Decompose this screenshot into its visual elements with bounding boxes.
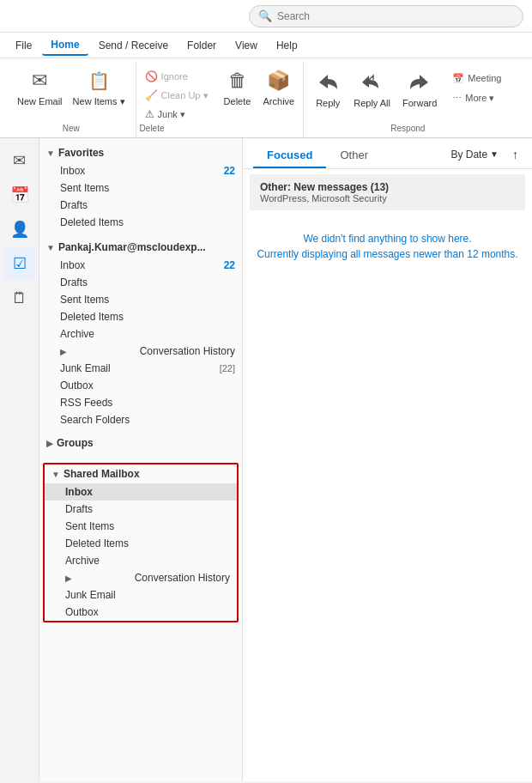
- tab-other[interactable]: Other: [326, 143, 382, 168]
- shared-junk[interactable]: Junk Email: [45, 586, 237, 604]
- account-search-folders-label: Search Folders: [60, 414, 130, 426]
- shared-outbox-label: Outbox: [65, 606, 99, 618]
- menu-folder[interactable]: Folder: [178, 36, 225, 55]
- account-outbox[interactable]: Outbox: [39, 377, 242, 394]
- title-bar: 🔍: [0, 0, 532, 33]
- cleanup-icon: 🧹: [145, 89, 158, 101]
- account-junk-badge: [22]: [220, 363, 235, 373]
- reply-label: Reply: [316, 98, 340, 109]
- forward-icon: [406, 69, 433, 96]
- ignore-icon: 🚫: [145, 70, 158, 82]
- account-sent[interactable]: Sent Items: [39, 291, 242, 308]
- favorites-deleted[interactable]: Deleted Items: [39, 214, 242, 231]
- tabs: Focused Other: [253, 143, 382, 168]
- favorites-inbox[interactable]: Inbox 22: [39, 162, 242, 179]
- more-icon: ⋯: [452, 93, 462, 104]
- account-deleted-label: Deleted Items: [60, 311, 124, 323]
- account-drafts-label: Drafts: [60, 276, 88, 288]
- favorites-sent-label: Sent Items: [60, 182, 109, 194]
- account-rss-label: RSS Feeds: [60, 397, 112, 409]
- favorites-sent[interactable]: Sent Items: [39, 179, 242, 197]
- sidebar-icon-tasks[interactable]: ☑: [4, 248, 35, 279]
- groups-chevron: ▶: [46, 439, 53, 448]
- ribbon-group-new-label: New: [63, 124, 80, 136]
- empty-state: We didn't find anything to show here. Cu…: [243, 215, 532, 277]
- archive-button[interactable]: 📦 Archive: [258, 64, 300, 122]
- account-header[interactable]: ▼ Pankaj.Kumar@mscloudexp...: [39, 238, 242, 257]
- shared-outbox[interactable]: Outbox: [45, 604, 237, 621]
- account-label: Pankaj.Kumar@mscloudexp...: [58, 241, 206, 253]
- shared-archive[interactable]: Archive: [45, 552, 237, 569]
- account-drafts[interactable]: Drafts: [39, 274, 242, 291]
- shared-sent[interactable]: Sent Items: [45, 518, 237, 535]
- groups-header[interactable]: ▶ Groups: [39, 434, 242, 452]
- search-box[interactable]: 🔍: [249, 5, 523, 27]
- shared-mailbox-header[interactable]: ▼ Shared Mailbox: [45, 464, 237, 483]
- menu-view[interactable]: View: [227, 36, 266, 55]
- junk-icon: ⚠: [145, 108, 154, 120]
- sort-chevron-icon: ▼: [490, 149, 499, 159]
- sidebar-icon-mail[interactable]: ✉: [4, 145, 35, 176]
- menu-send-receive[interactable]: Send / Receive: [90, 36, 177, 55]
- menu-file[interactable]: File: [7, 36, 40, 55]
- sidebar-icon-notes[interactable]: 🗒: [4, 282, 35, 313]
- new-items-button[interactable]: 📋 New Items ▾: [68, 64, 130, 122]
- sidebar-icon-people[interactable]: 👤: [4, 214, 35, 245]
- account-conv-chevron: ▶: [60, 347, 67, 356]
- reply-all-label: Reply All: [354, 98, 390, 109]
- forward-button[interactable]: Forward: [397, 65, 442, 124]
- forward-label: Forward: [402, 98, 437, 109]
- favorites-inbox-label: Inbox: [60, 165, 85, 177]
- account-search-folders[interactable]: Search Folders: [39, 411, 242, 428]
- junk-button[interactable]: ⚠ Junk ▾: [140, 105, 214, 124]
- sidebar-icons: ✉ 📅 👤 ☑ 🗒: [0, 138, 39, 781]
- tab-bar: Focused Other By Date ▼ ↑: [243, 138, 532, 169]
- shared-archive-label: Archive: [65, 555, 100, 567]
- account-junk[interactable]: Junk Email [22]: [39, 360, 242, 377]
- shared-inbox-label: Inbox: [65, 486, 93, 498]
- favorites-drafts[interactable]: Drafts: [39, 197, 242, 214]
- account-archive[interactable]: Archive: [39, 325, 242, 343]
- account-rss[interactable]: RSS Feeds: [39, 394, 242, 411]
- shared-conv-history[interactable]: ▶ Conversation History: [45, 569, 237, 586]
- favorites-header[interactable]: ▼ Favorites: [39, 143, 242, 162]
- meeting-button[interactable]: 📅 Meeting: [447, 69, 506, 88]
- menu-help[interactable]: Help: [268, 36, 306, 55]
- ribbon: ✉ New Email 📋 New Items ▾ New 🚫 Ignore 🧹…: [0, 58, 532, 138]
- account-inbox[interactable]: Inbox 22: [39, 257, 242, 274]
- new-email-button[interactable]: ✉ New Email: [12, 64, 68, 122]
- tab-focused[interactable]: Focused: [253, 143, 326, 168]
- content-area: Focused Other By Date ▼ ↑ Other: New mes…: [243, 138, 532, 781]
- sort-direction-button[interactable]: ↑: [509, 146, 522, 163]
- cleanup-button[interactable]: 🧹 Clean Up ▾: [140, 86, 214, 105]
- account-outbox-label: Outbox: [60, 379, 94, 392]
- delete-button[interactable]: 🗑 Delete: [219, 64, 257, 122]
- menu-home[interactable]: Home: [42, 35, 88, 56]
- shared-deleted[interactable]: Deleted Items: [45, 535, 237, 552]
- shared-inbox[interactable]: Inbox: [45, 483, 237, 501]
- shared-conv-label: Conversation History: [135, 572, 230, 584]
- more-button[interactable]: ⋯ More ▾: [447, 88, 506, 107]
- delete-label: Delete: [224, 96, 251, 107]
- sidebar-icon-calendar[interactable]: 📅: [4, 179, 35, 210]
- shared-sent-label: Sent Items: [65, 520, 114, 532]
- ribbon-group-delete-label: Delete: [140, 124, 165, 136]
- tab-right: By Date ▼ ↑: [445, 146, 522, 167]
- ignore-button[interactable]: 🚫 Ignore: [140, 67, 214, 86]
- account-inbox-label: Inbox: [60, 259, 85, 271]
- account-inbox-badge: 22: [224, 259, 235, 271]
- account-conv-label: Conversation History: [140, 345, 235, 357]
- search-input[interactable]: [277, 10, 514, 22]
- shared-drafts[interactable]: Drafts: [45, 501, 237, 518]
- sort-label: By Date: [450, 149, 487, 161]
- sort-by-date-button[interactable]: By Date ▼: [445, 147, 504, 162]
- search-icon: 🔍: [258, 9, 272, 22]
- reply-button[interactable]: Reply: [309, 65, 347, 124]
- favorites-label: Favorites: [58, 147, 104, 159]
- notif-title: Other: New messages (13): [260, 181, 515, 193]
- reply-all-button[interactable]: Reply All: [348, 65, 396, 124]
- main-layout: ✉ 📅 👤 ☑ 🗒 ▼ Favorites Inbox 22 Sent Item…: [0, 138, 532, 781]
- shared-conv-chevron: ▶: [65, 574, 72, 583]
- account-conv-history[interactable]: ▶ Conversation History: [39, 343, 242, 360]
- account-deleted[interactable]: Deleted Items: [39, 308, 242, 325]
